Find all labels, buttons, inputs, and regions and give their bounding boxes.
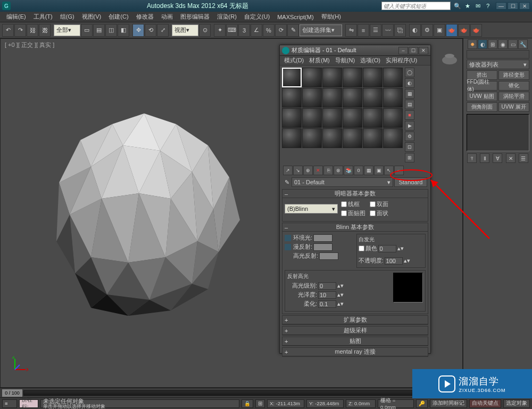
put-to-scene-icon[interactable]: ↘ <box>293 166 303 175</box>
modbtn-uvwunwrap[interactable]: UVW 展开 <box>498 102 529 112</box>
percent-snap-icon[interactable]: % <box>263 24 275 37</box>
keyboard-shortcut-icon[interactable]: ⌨ <box>226 24 238 37</box>
configure-sets-icon[interactable]: ☰ <box>519 153 528 163</box>
material-slot[interactable] <box>343 88 362 108</box>
show-end-icon[interactable]: Ⅱ <box>480 153 489 163</box>
select-region-icon[interactable]: ◫ <box>105 24 117 37</box>
modbtn-pathdeform[interactable]: 路径变形 <box>498 70 529 80</box>
put-to-lib-icon[interactable]: 📚 <box>344 166 353 175</box>
material-slot[interactable] <box>383 128 403 148</box>
viewport-label[interactable]: [ +0 ][ 正交 ][ 真实 ] <box>5 41 54 49</box>
material-slot[interactable] <box>282 108 302 128</box>
go-sibling-icon[interactable]: ↔ <box>394 166 404 175</box>
modbtn-uvwmap[interactable]: UVW 贴图 <box>467 92 497 101</box>
make-preview-icon[interactable]: ▶ <box>405 121 414 130</box>
close-button[interactable]: ✕ <box>519 2 530 10</box>
diffuse-color[interactable]: 漫反射: <box>285 243 354 251</box>
coord-x[interactable]: X: -211.413m <box>267 399 304 408</box>
sample-type-icon[interactable]: ◯ <box>405 68 414 77</box>
pin-stack-icon[interactable]: ⫯ <box>467 153 477 163</box>
sample-uv-icon[interactable]: ▤ <box>405 100 414 109</box>
render-last-icon[interactable]: 🫖 <box>458 24 470 37</box>
search-icon[interactable]: 🔍 <box>453 2 462 10</box>
material-slot[interactable] <box>343 68 362 87</box>
viewcube-icon[interactable] <box>439 50 460 66</box>
script-mini-icon[interactable]: ≡ <box>2 399 17 408</box>
menu-modifiers[interactable]: 修改器 <box>133 12 157 22</box>
spinner-snap-icon[interactable]: ⟳ <box>275 24 287 37</box>
material-slot[interactable] <box>343 108 362 128</box>
render-icon[interactable]: 🫖 <box>446 24 458 37</box>
display-tab-icon[interactable]: ▭ <box>508 39 518 49</box>
material-slot[interactable] <box>343 128 362 148</box>
link-icon[interactable]: ⛓ <box>27 24 38 37</box>
modifier-list-dropdown[interactable]: 修改器列表▾ <box>467 60 529 69</box>
minimize-button[interactable]: — <box>496 2 506 10</box>
render-frame-icon[interactable]: ▣ <box>434 24 445 37</box>
pick-material-icon[interactable]: ✎ <box>283 178 290 186</box>
modbtn-ffdcyl[interactable]: FFD(圆柱体) <box>467 81 497 91</box>
material-slot[interactable] <box>282 88 302 108</box>
menu-views[interactable]: 视图(V) <box>79 12 105 22</box>
make-unique-icon[interactable]: ∀ <box>493 153 502 163</box>
ambient-lock-icon[interactable] <box>285 235 291 241</box>
material-slot[interactable] <box>363 108 383 128</box>
maximize-button[interactable]: ☐ <box>508 2 518 10</box>
facemap-checkbox[interactable]: 面贴图 <box>341 209 365 217</box>
assign-icon[interactable]: ⊕ <box>303 166 313 175</box>
modbtn-taper[interactable]: 锥化 <box>498 81 529 91</box>
material-slot[interactable] <box>363 68 383 87</box>
menu-tools[interactable]: 工具(T) <box>30 12 56 22</box>
material-slot[interactable] <box>322 68 342 87</box>
motion-tab-icon[interactable]: ◉ <box>498 39 508 49</box>
material-slot[interactable] <box>302 68 322 87</box>
backlight-icon[interactable]: ◐ <box>405 78 414 88</box>
modbtn-bevelprofile[interactable]: 倒角剖面 <box>467 102 497 112</box>
menu-maxscript[interactable]: MAXScript(M) <box>274 13 317 21</box>
menu-group[interactable]: 组(G) <box>57 12 78 22</box>
diffuse-lock-icon[interactable] <box>285 244 291 250</box>
mtl-map-nav-icon[interactable]: ⊞ <box>405 153 414 162</box>
add-time-marker[interactable]: 添加时间标记 <box>430 399 467 408</box>
material-slot[interactable] <box>322 108 342 128</box>
menu-animation[interactable]: 动画 <box>158 12 176 22</box>
material-name-dropdown[interactable]: 01 - Default▾ <box>292 177 393 187</box>
hierarchy-tab-icon[interactable]: ⊞ <box>488 39 497 49</box>
material-editor-icon[interactable]: ◐ <box>409 24 421 37</box>
reset-icon[interactable]: ✕ <box>313 166 323 175</box>
undo-icon[interactable]: ↶ <box>2 24 14 37</box>
specular-color[interactable]: 高光反射: <box>285 252 354 260</box>
menu-help[interactable]: 帮助(H) <box>318 12 344 22</box>
layers-icon[interactable]: ☰ <box>370 24 381 37</box>
background-icon[interactable]: ▦ <box>405 89 414 99</box>
soften-spinner[interactable]: 柔化:0.1▴▾ <box>287 300 391 308</box>
menu-create[interactable]: 创建(C) <box>105 12 131 22</box>
faceted-checkbox[interactable]: 面状 <box>370 209 388 217</box>
schematic-icon[interactable]: ⿻ <box>394 24 406 37</box>
mirror-icon[interactable]: ⇋ <box>345 24 357 37</box>
angle-snap-icon[interactable]: ∠ <box>251 24 262 37</box>
coord-y[interactable]: Y: -228.448m <box>306 399 344 408</box>
material-slot[interactable] <box>302 108 322 128</box>
exchange-icon[interactable]: ✉ <box>473 2 483 10</box>
rollout-shader-header[interactable]: –明暗器基本参数 <box>282 190 428 198</box>
shader-type-dropdown[interactable]: (B)Blinn▾ <box>285 204 338 214</box>
rollout-mentalray[interactable]: +mental ray 连接 <box>282 348 428 356</box>
material-slot[interactable] <box>322 88 342 108</box>
select-name-icon[interactable]: ▤ <box>93 24 105 37</box>
matmenu-navigation[interactable]: 导航(N) <box>333 56 357 65</box>
material-slot[interactable] <box>282 68 302 87</box>
matwin-titlebar[interactable]: 材质编辑器 - 01 - Default – ☐ ✕ <box>280 45 430 56</box>
matwin-maximize[interactable]: ☐ <box>409 47 418 54</box>
menu-edit[interactable]: 编辑(E) <box>3 12 29 22</box>
subscription-icon[interactable]: ★ <box>463 2 472 10</box>
help-icon[interactable]: ? <box>483 2 493 10</box>
get-material-icon[interactable]: ↗ <box>283 166 293 175</box>
remove-mod-icon[interactable]: ✕ <box>506 153 516 163</box>
create-tab-icon[interactable]: ✸ <box>468 39 477 49</box>
material-slot[interactable] <box>302 88 322 108</box>
center-icon[interactable]: ⊙ <box>199 24 211 37</box>
selset-label[interactable]: 选定对象 <box>503 399 530 408</box>
glossiness-spinner[interactable]: 光泽度:10▴▾ <box>287 291 391 299</box>
material-slot[interactable] <box>383 88 403 108</box>
